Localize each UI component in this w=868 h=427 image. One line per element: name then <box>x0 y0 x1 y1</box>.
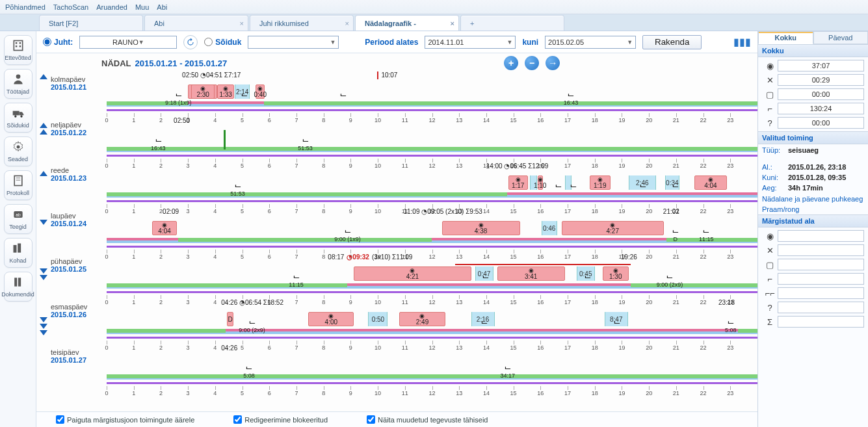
day-track[interactable]: 04:26 ◔06:54 Σ18:5223:180:502:168:47D4:0… <box>107 299 757 344</box>
day-arrows[interactable] <box>36 71 51 120</box>
marked-value <box>778 302 864 313</box>
arrow-up-icon <box>40 123 47 128</box>
tab[interactable]: Abi× <box>144 15 248 31</box>
driving-bar[interactable]: 4:27 <box>562 221 664 235</box>
day-track[interactable]: 02:0911:09 ◔09:05 (2x10) Σ9:5321:020:464… <box>107 208 757 253</box>
rail-purple <box>107 155 757 157</box>
menu-item[interactable]: TachoScan <box>53 3 88 11</box>
menu-item[interactable]: Muu <box>135 3 149 11</box>
driving-bar[interactable]: 1:10 <box>538 175 543 190</box>
hour-label: 8 <box>322 390 325 396</box>
driving-bar[interactable]: 1:30 <box>603 266 629 281</box>
day-arrows[interactable] <box>36 120 51 169</box>
footer-check-2[interactable]: Redigeerimine blokeeritud <box>233 415 328 424</box>
footer-check-3[interactable]: Näita muudetud tegevuste tähiseid <box>367 415 488 424</box>
tab[interactable]: Start [F2] <box>39 15 143 31</box>
day-track[interactable]: 02:50 ◔04:51 Σ7:1710:072:14E2:301:330:40… <box>107 71 757 117</box>
driving-bar[interactable]: 2:30 <box>191 84 215 99</box>
leftbar-label: Sõidukid <box>7 122 29 129</box>
rp-tab-days[interactable]: Päevad <box>813 31 869 44</box>
nav-next-icon[interactable]: → <box>546 56 560 70</box>
hour-label: 17 <box>564 390 571 396</box>
chart-mode-icon[interactable]: ▮▮▮ <box>733 36 751 48</box>
rest-span[interactable]: 0:46 <box>542 221 557 235</box>
svg-rect-1 <box>15 42 16 44</box>
driving-bar[interactable]: 1:19 <box>590 175 611 190</box>
tab-label: Abi <box>154 19 164 27</box>
day-row: neljapäev2015.01.2202:5016:4351:53012345… <box>51 117 757 162</box>
tab[interactable]: Nädalagraafik -× <box>355 15 459 31</box>
nav-add-icon[interactable]: + <box>504 56 518 70</box>
notebook-button[interactable]: Protokoll <box>4 170 33 200</box>
building-button[interactable]: Ettevõtted <box>4 35 33 65</box>
menu-item[interactable]: Abi <box>157 3 167 11</box>
truck-button[interactable]: Sõidukid <box>4 103 33 133</box>
library-icon: ab <box>12 208 25 222</box>
driving-bar[interactable]: 1:33 <box>217 84 234 99</box>
driving-bar[interactable]: 4:00 <box>308 312 354 326</box>
library-button[interactable]: abTeegid <box>4 204 33 234</box>
arrow-up-icon <box>40 171 47 176</box>
driving-bar[interactable]: 1:17 <box>508 175 528 190</box>
bed-icon: 34:17 <box>501 365 516 380</box>
driving-bar[interactable]: 4:38 <box>442 221 520 235</box>
driving-bar[interactable]: 2:49 <box>399 312 445 326</box>
gear-button[interactable]: Seaded <box>4 136 33 166</box>
bed-icon: 51:53 <box>298 138 313 152</box>
day-track[interactable]: 04:265:0834:1701234567891011121314151617… <box>107 344 757 390</box>
bars-layer: 16:4351:53012345678910111213141516171819… <box>107 126 757 149</box>
day-arrows[interactable] <box>36 217 51 266</box>
rp-tab-total[interactable]: Kokku <box>758 31 813 44</box>
menu-item[interactable]: Aruanded <box>96 3 127 11</box>
day-arrows[interactable] <box>36 315 51 363</box>
driving-bar[interactable]: 0:40 <box>256 84 265 99</box>
leftbar-label: Ettevõtted <box>5 55 31 61</box>
tab[interactable]: Juhi rikkumised× <box>250 15 354 31</box>
marked-icon: ✕ <box>762 246 778 255</box>
day-arrows[interactable] <box>36 168 51 217</box>
day-track[interactable]: 02:5016:4351:530123456789101112131415161… <box>107 117 757 162</box>
vehicle-select[interactable]: ▼ <box>248 36 339 49</box>
bars-layer: 0:470:454:213:411:3011:159:00 (2x9)01234… <box>107 263 757 286</box>
person-button[interactable]: Töötajad <box>4 69 33 99</box>
apply-button[interactable]: Rakenda <box>642 35 702 49</box>
new-tab-button[interactable]: + <box>460 15 564 31</box>
driver-select[interactable]: RAUNO▼ <box>79 36 177 49</box>
day-arrows[interactable] <box>36 266 51 315</box>
period-to-select[interactable]: 2015.02.05▼ <box>545 36 636 49</box>
driving-bar[interactable]: 4:04 <box>694 175 727 190</box>
day-arrows[interactable] <box>36 363 51 411</box>
day-track[interactable]: 14:00 ◔06:45 Σ12:092:460:341:171:101:194… <box>107 162 757 208</box>
rail-green <box>107 374 757 378</box>
bed-icon: 16:43 <box>151 138 166 152</box>
bars-layer: 2:14E2:301:330:409:18 (1x9)16:4301234567… <box>107 81 757 104</box>
leftbar-label: Töötajad <box>7 88 29 95</box>
nav-minus-icon[interactable]: − <box>525 56 539 70</box>
driver-radio[interactable]: Juht: <box>43 38 73 47</box>
driving-bar[interactable]: 4:21 <box>354 266 471 281</box>
vehicle-radio[interactable]: Sõiduk <box>204 38 241 47</box>
rest-link[interactable]: Nädalane ja päevane puhkeaeg <box>758 194 868 204</box>
filter-bar: Juht: RAUNO▼ Sõiduk ▼ Periood alates 201… <box>36 31 757 53</box>
leftbar-label: Dokumendid <box>1 291 34 298</box>
period-from-select[interactable]: 2014.11.01▼ <box>425 36 516 49</box>
driving-bar[interactable]: 4:04 <box>152 221 177 235</box>
marked-value <box>778 230 864 242</box>
places-button[interactable]: Kohad <box>4 238 33 268</box>
close-icon[interactable]: × <box>451 19 454 27</box>
arrow-up-icon <box>40 74 47 79</box>
rest-span[interactable]: 0:50 <box>368 312 388 326</box>
docs-button[interactable]: Dokumendid <box>4 272 33 302</box>
day-track[interactable]: 08:17 ◔09:32 (3x10) Σ11:0919:260:470:454… <box>107 253 757 299</box>
menu-item[interactable]: Põhiandmed <box>5 3 46 11</box>
driving-bar[interactable]: D <box>227 312 233 326</box>
driving-bar[interactable]: 3:41 <box>497 266 565 281</box>
footer-check-1[interactable]: Paiguta märgistusjoon toimingute äärele <box>56 415 194 424</box>
hour-label: 10 <box>375 390 381 396</box>
ferry-link[interactable]: Praam/rong <box>758 204 868 214</box>
refresh-icon[interactable] <box>183 35 198 49</box>
hour-label: 14 <box>483 390 490 396</box>
day-date: 2015.01.24 <box>51 220 104 227</box>
close-icon[interactable]: × <box>240 19 244 27</box>
close-icon[interactable]: × <box>345 19 349 27</box>
